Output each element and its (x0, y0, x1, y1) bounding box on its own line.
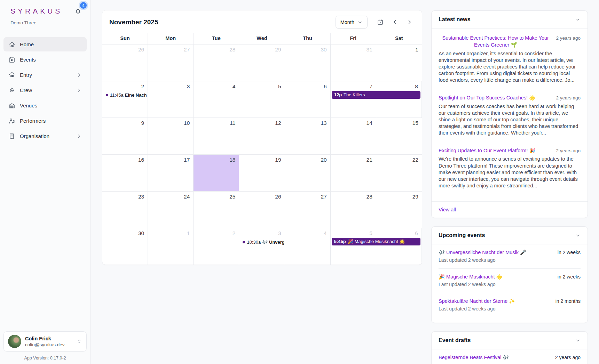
calendar-day-cell[interactable]: 17 (148, 154, 194, 191)
calendar-day-cell[interactable]: 25 (194, 191, 239, 228)
sidebar-item-venues[interactable]: Venues (3, 98, 87, 113)
day-header: Mon (148, 33, 194, 44)
day-number: 27 (184, 47, 190, 53)
event-title-link[interactable]: Begeisternde Beats Festival 🎶 (439, 355, 509, 361)
notifications-button[interactable]: 4 (74, 8, 82, 15)
calendar-event[interactable]: 11:45aEine Nacht (103, 92, 147, 99)
calendar-day-cell[interactable]: 24 (148, 191, 194, 228)
list-item: 🎉 Magische Musiknacht 🌟in 2 weeksLast up… (439, 268, 581, 293)
view-select-button[interactable]: Month (336, 16, 368, 29)
calendar-day-cell[interactable]: 26 (239, 191, 285, 228)
sidebar-item-events[interactable]: Events (3, 52, 87, 67)
calendar-day-cell[interactable]: 30 (102, 228, 148, 265)
calendar-event[interactable]: 12pThe Killers (332, 91, 420, 99)
calendar-day-cell[interactable]: 4 (285, 228, 331, 265)
chevron-right-icon (76, 88, 82, 93)
news-title-link[interactable]: Exciting Updates to Our Event Platform! … (439, 147, 535, 154)
calendar-day-cell[interactable]: 6 (285, 81, 331, 118)
calendar-day-cell[interactable]: 28 (331, 191, 376, 228)
previous-month-button[interactable] (389, 17, 400, 28)
calendar-day-cell[interactable]: 30 (285, 44, 331, 81)
day-number: 1 (415, 47, 418, 53)
calendar-day-cell[interactable]: 23 (102, 191, 148, 228)
day-number: 13 (321, 120, 326, 126)
sidebar-item-organisation[interactable]: Organisation (3, 129, 87, 143)
calendar-day-cell[interactable]: 22 (376, 154, 422, 191)
chevron-right-icon (406, 19, 413, 25)
calendar-day-cell[interactable]: 19 (239, 154, 285, 191)
calendar-day-cell[interactable]: 29 (376, 191, 422, 228)
calendar-day-cell[interactable]: 18 (194, 154, 239, 191)
sidebar-item-performers[interactable]: Performers (3, 114, 87, 128)
event-time: 11:45a (110, 92, 124, 98)
list-item-header: 🎶 Unvergessliche Nacht der Musik 🎤in 2 w… (439, 250, 581, 256)
event-title: 🎉 Magische Musiknacht 🌟 (348, 239, 405, 244)
today-button[interactable] (375, 17, 386, 28)
app-root: SYRAKUS 4 Demo Three HomeEventsEntryCrew… (0, 0, 599, 364)
calendar-day-cell[interactable]: 16 (102, 154, 148, 191)
calendar-day-cell[interactable]: 2 (102, 81, 148, 118)
event-drafts-card: Event drafts Begeisternde Beats Festival… (431, 331, 588, 364)
upcoming-events-header[interactable]: Upcoming events (432, 227, 588, 244)
event-drafts-header[interactable]: Event drafts (432, 332, 588, 349)
news-title-link[interactable]: Spotlight on Our Top Success Coaches! 🌟 (439, 94, 535, 101)
latest-news-header[interactable]: Latest news (432, 11, 588, 29)
calendar-card: November 2025 Month SunMonTueWedThuFriSa… (102, 10, 422, 265)
calendar-day-cell[interactable]: 5 (331, 228, 376, 265)
calendar-day-cell[interactable]: 8 (376, 81, 422, 118)
calendar-day-cell[interactable]: 20 (285, 154, 331, 191)
calendar-day-cell[interactable]: 9 (102, 118, 148, 154)
calendar-day-cell[interactable]: 26 (102, 44, 148, 81)
calendar-day-cell[interactable]: 6 (376, 228, 422, 265)
day-number: 3 (187, 83, 190, 90)
calendar-day-cell[interactable]: 5 (239, 81, 285, 118)
day-number: 1 (187, 230, 190, 236)
calendar-day-cell[interactable]: 2 (194, 228, 239, 265)
view-select-label: Month (340, 19, 354, 25)
calendar-week-row: 2627282930311 (102, 44, 422, 81)
event-relative-time: in 2 weeks (558, 274, 581, 280)
news-excerpt: Our team of success coaches has been har… (439, 103, 581, 137)
organisation-name: Demo Three (10, 20, 82, 25)
calendar-day-cell[interactable]: 27 (285, 191, 331, 228)
day-number: 28 (229, 47, 235, 53)
event-title-link[interactable]: 🎶 Unvergessliche Nacht der Musik 🎤 (439, 250, 526, 256)
calendar-day-cell[interactable]: 29 (239, 44, 285, 81)
calendar-day-cell[interactable]: 28 (194, 44, 239, 81)
chevron-right-icon (76, 134, 82, 139)
day-number: 24 (184, 194, 190, 200)
chevron-down-icon (357, 19, 363, 25)
calendar-day-cell[interactable]: 3 (239, 228, 285, 265)
sidebar-nav: HomeEventsEntryCrewVenuesPerformersOrgan… (0, 37, 90, 143)
sidebar-item-entry[interactable]: Entry (3, 68, 87, 82)
event-title-link[interactable]: Spektakuläre Nacht der Sterne ✨ (439, 298, 515, 304)
calendar-day-cell[interactable]: 15 (376, 118, 422, 154)
calendar-day-cell[interactable]: 1 (148, 228, 194, 265)
calendar-event[interactable]: 10:30a🎶 Unverg (240, 238, 283, 245)
calendar-day-cell[interactable]: 1 (376, 44, 422, 81)
calendar-day-cell[interactable]: 13 (285, 118, 331, 154)
calendar-day-cell[interactable]: 12 (239, 118, 285, 154)
calendar-day-cell[interactable]: 4 (194, 81, 239, 118)
next-month-button[interactable] (404, 17, 415, 28)
calendar-day-cell[interactable]: 27 (148, 44, 194, 81)
news-title-link[interactable]: Sustainable Event Practices: How to Make… (439, 34, 552, 49)
latest-news-card: Latest news Sustainable Event Practices:… (431, 10, 588, 218)
calendar-day-cell[interactable]: 31 (331, 44, 376, 81)
calendar-day-cell[interactable]: 10 (148, 118, 194, 154)
calendar-event[interactable]: 5:45p🎉 Magische Musiknacht 🌟 (332, 238, 420, 245)
sidebar-item-crew[interactable]: Crew (3, 83, 87, 97)
sidebar-item-home[interactable]: Home (3, 37, 87, 51)
calendar-day-cell[interactable]: 14 (331, 118, 376, 154)
calendar-day-cell[interactable]: 21 (331, 154, 376, 191)
view-all-link[interactable]: View all (432, 201, 588, 218)
day-number: 2 (141, 83, 144, 90)
user-menu-button[interactable]: Colin Frick colin@syrakus.dev (3, 331, 87, 351)
event-title-link[interactable]: 🎉 Magische Musiknacht 🌟 (439, 274, 503, 280)
calendar-day-cell[interactable]: 7 (331, 81, 376, 118)
list-item: Begeisternde Beats Festival 🎶2 years ago (439, 349, 581, 364)
calendar-day-cell[interactable]: 3 (148, 81, 194, 118)
entry-icon (8, 72, 15, 79)
calendar-day-cell[interactable]: 11 (194, 118, 239, 154)
event-title: 🎶 Unverg (262, 240, 283, 245)
